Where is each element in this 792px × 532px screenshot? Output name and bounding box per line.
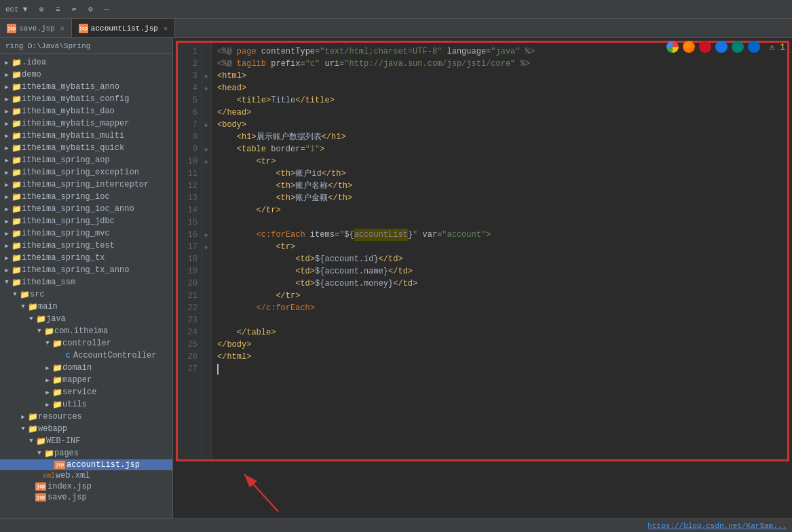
sidebar-item-idea[interactable]: ▶ 📁 .idea: [0, 56, 172, 69]
arrow-annotation: [238, 468, 319, 515]
fold-6: [202, 107, 211, 119]
label-com-itheima: com.itheima: [54, 326, 108, 336]
browser-icon-safari[interactable]: [748, 41, 760, 53]
line-num-22: 22: [182, 302, 197, 314]
fold-15: [202, 216, 211, 229]
folder-icon-spring-test: 📁: [11, 240, 22, 251]
sidebar-item-mybatis-anno[interactable]: ▶ 📁 itheima_mybatis_anno: [0, 81, 172, 93]
code-line-7: <body>: [217, 119, 782, 131]
sidebar-item-domain[interactable]: ▶ 📁 domain: [0, 362, 172, 374]
fold-24: [202, 326, 211, 339]
fold-3[interactable]: ▶: [202, 70, 211, 82]
sidebar-item-demo[interactable]: ▶ 📁 demo: [0, 69, 172, 81]
sidebar-item-ssm[interactable]: ▼ 📁 itheima_ssm: [0, 276, 172, 288]
folder-icon-pages: 📁: [43, 448, 54, 459]
fold-2[interactable]: [202, 58, 211, 70]
svg-line-1: [244, 474, 278, 512]
sidebar-item-java[interactable]: ▼ 📁 java: [0, 313, 172, 325]
label-accountlist-jsp: accountList.jsp: [67, 460, 140, 470]
dropdown-icon[interactable]: ▼: [23, 5, 28, 14]
sidebar-item-accountlist-jsp[interactable]: ▶ jsp accountList.jsp: [0, 459, 172, 470]
folder-icon-mapper: 📁: [52, 375, 62, 385]
line-num-26: 26: [182, 351, 197, 363]
sidebar-item-spring-exception[interactable]: ▶ 📁 itheima_spring_exception: [0, 166, 172, 178]
sidebar-item-spring-mvc[interactable]: ▶ 📁 itheima_spring_mvc: [0, 227, 172, 240]
label-account-controller: AccountController: [73, 351, 156, 360]
label-mapper: mapper: [62, 375, 92, 385]
status-link[interactable]: https://blog.csdn.net/KarSam...: [647, 522, 787, 530]
fold-8: [202, 131, 211, 143]
arrow-idea: ▶: [3, 59, 11, 66]
fold-22: [202, 302, 211, 314]
sidebar-item-resources[interactable]: ▶ 📁 resources: [0, 411, 172, 423]
sidebar-item-spring-ioc[interactable]: ▶ 📁 itheima_spring_ioc: [0, 191, 172, 203]
sidebar-item-spring-tx-anno[interactable]: ▶ 📁 itheima_spring_tx_anno: [0, 264, 172, 276]
tab-accountlist-jsp[interactable]: jsp accountList.jsp ✕: [72, 19, 175, 37]
sidebar-item-save-jsp[interactable]: ▶ jsp save.jsp: [0, 492, 172, 503]
line-num-3: 3: [182, 70, 197, 82]
arrow-spring-jdbc: ▶: [3, 218, 11, 225]
code-line-19: <td>${account.name}</td>: [217, 265, 782, 278]
sidebar-item-spring-ioc-anno[interactable]: ▶ 📁 itheima_spring_ioc_anno: [0, 203, 172, 215]
settings-icon[interactable]: ⚙: [86, 5, 95, 14]
fold-10[interactable]: ▶: [202, 155, 211, 168]
sidebar-item-mybatis-multi[interactable]: ▶ 📁 itheima_mybatis_multi: [0, 130, 172, 142]
sidebar-item-web-inf[interactable]: ▼ 📁 WEB-INF: [0, 435, 172, 447]
sidebar-item-account-controller[interactable]: ▶ C AccountController: [0, 349, 172, 362]
folder-icon-mybatis-mapper: 📁: [11, 118, 22, 129]
label-utils: utils: [62, 400, 87, 409]
arrow-pages: ▼: [35, 450, 43, 457]
fold-9[interactable]: ▶: [202, 143, 211, 155]
sidebar-item-mybatis-config[interactable]: ▶ 📁 itheima_mybatis_config: [0, 93, 172, 105]
code-container[interactable]: 1 2 3 4 5 6 7 8 9 10 11 12 13 14 15 16 1…: [176, 41, 789, 461]
sidebar-item-spring-test[interactable]: ▶ 📁 itheima_spring_test: [0, 240, 172, 252]
label-spring-test: itheima_spring_test: [22, 241, 115, 250]
browser-icon-ie[interactable]: [715, 41, 728, 53]
tab-close-accountlist[interactable]: ✕: [164, 24, 168, 33]
browser-icon-opera[interactable]: [699, 41, 711, 53]
fold-4[interactable]: ▶: [202, 82, 211, 94]
code-line-27: [217, 363, 782, 375]
sidebar-item-spring-tx[interactable]: ▶ 📁 itheima_spring_tx: [0, 252, 172, 264]
label-java: java: [46, 314, 66, 324]
sidebar-item-controller[interactable]: ▼ 📁 controller: [0, 337, 172, 349]
sidebar-item-main[interactable]: ▼ 📁 main: [0, 301, 172, 313]
sidebar-item-mybatis-mapper[interactable]: ▶ 📁 itheima_mybatis_mapper: [0, 117, 172, 130]
jsp-icon-index: jsp: [35, 482, 46, 491]
sidebar-item-service[interactable]: ▶ 📁 service: [0, 386, 172, 398]
sidebar-item-src[interactable]: ▼ 📁 src: [0, 288, 172, 301]
sidebar-item-web-xml[interactable]: ▶ xml web.xml: [0, 470, 172, 481]
browser-icon-firefox[interactable]: [683, 41, 695, 53]
tab-close-save[interactable]: ✕: [60, 24, 64, 33]
browser-icon-chrome[interactable]: [666, 41, 679, 53]
arrow-spring-exception: ▶: [3, 169, 11, 176]
sidebar-item-webapp[interactable]: ▼ 📁 webapp: [0, 423, 172, 435]
sync-icon[interactable]: ⇌: [69, 5, 79, 14]
sidebar-item-spring-jdbc[interactable]: ▶ 📁 itheima_spring_jdbc: [0, 215, 172, 227]
tab-label-accountlist: accountList.jsp: [91, 24, 158, 33]
sidebar-item-mapper[interactable]: ▶ 📁 mapper: [0, 374, 172, 386]
add-icon[interactable]: ⊕: [37, 5, 46, 14]
list-icon[interactable]: ≡: [53, 5, 62, 14]
sidebar-item-com-itheima[interactable]: ▼ 📁 com.itheima: [0, 325, 172, 337]
sidebar-item-spring-interceptor[interactable]: ▶ 📁 itheima_spring_interceptor: [0, 178, 172, 191]
line-num-19: 19: [182, 265, 197, 278]
label-controller: controller: [62, 339, 111, 348]
fold-1[interactable]: [202, 45, 211, 58]
sidebar-item-spring-aop[interactable]: ▶ 📁 itheima_spring_aop: [0, 154, 172, 166]
fold-17[interactable]: ▶: [202, 241, 211, 253]
fold-16[interactable]: ▶: [202, 229, 211, 241]
line-num-15: 15: [182, 216, 197, 229]
minimize-icon[interactable]: —: [102, 5, 111, 14]
sidebar-item-mybatis-dao[interactable]: ▶ 📁 itheima_mybatis_dao: [0, 105, 172, 117]
sidebar-item-utils[interactable]: ▶ 📁 utils: [0, 398, 172, 411]
code-line-20: <td>${account.money}</td>: [217, 278, 782, 290]
browser-icon-edge[interactable]: [732, 41, 744, 53]
sidebar-item-pages[interactable]: ▼ 📁 pages: [0, 447, 172, 459]
sidebar-item-mybatis-quick[interactable]: ▶ 📁 itheima_mybatis_quick: [0, 142, 172, 154]
tab-save-jsp[interactable]: jsp save.jsp ✕: [0, 19, 72, 37]
fold-7[interactable]: ▶: [202, 119, 211, 131]
line-num-5: 5: [182, 94, 197, 107]
sidebar-item-index-jsp[interactable]: ▶ jsp index.jsp: [0, 481, 172, 492]
code-content[interactable]: <%@ page contentType="text/html;charset=…: [212, 43, 787, 459]
